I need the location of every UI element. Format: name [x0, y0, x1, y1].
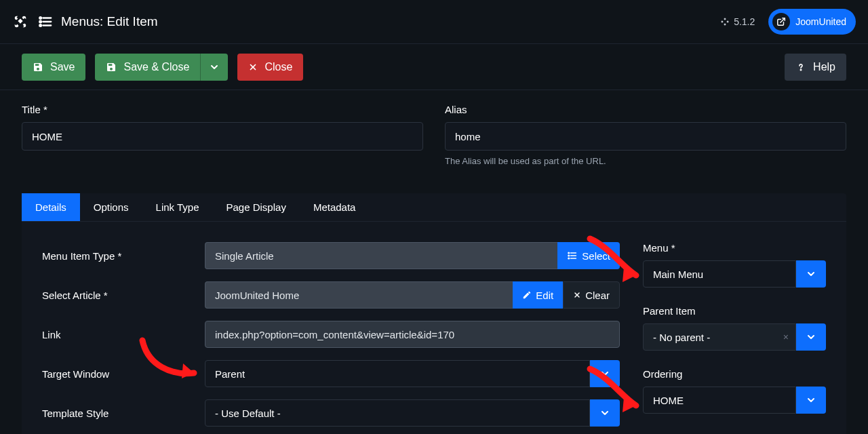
edit-article-button[interactable]: Edit	[513, 281, 563, 309]
ordering-select[interactable]: HOME	[643, 387, 826, 414]
parent-item-caret[interactable]	[796, 323, 826, 351]
details-left-col: Menu Item Type * Single Article Select S…	[42, 242, 620, 434]
svg-point-4	[39, 21, 41, 23]
menu-item-type-group: Single Article Select	[205, 242, 620, 269]
svg-point-3	[39, 17, 41, 19]
chevron-down-icon	[806, 269, 816, 279]
ordering-value: HOME	[643, 387, 796, 414]
tab-metadata[interactable]: Metadata	[300, 193, 370, 221]
select-article-group: JoomUnited Home Edit Clear	[205, 281, 620, 309]
select-article-label: Select Article *	[42, 290, 205, 301]
row-link: Link index.php?option=com_content&view=a…	[42, 321, 620, 348]
tab-body: Menu Item Type * Single Article Select S…	[22, 222, 846, 434]
toolbar: Save Save & Close Close Help	[0, 44, 868, 90]
version-badge[interactable]: 5.1.2	[720, 16, 755, 27]
page-heading: Menus: Edit Item	[38, 14, 158, 29]
clear-btn-label: Clear	[585, 290, 610, 301]
tab-link-type[interactable]: Link Type	[142, 193, 213, 221]
list-bullet-icon	[567, 250, 578, 261]
menu-select[interactable]: Main Menu	[643, 260, 826, 288]
title-label: Title *	[22, 104, 423, 115]
tab-panel: Details Options Link Type Page Display M…	[22, 193, 846, 434]
template-style-caret[interactable]	[590, 399, 620, 427]
page-title-text: Menus: Edit Item	[61, 14, 158, 29]
row-target-window: Target Window Parent	[42, 360, 620, 387]
help-button[interactable]: Help	[785, 54, 846, 81]
menu-item-type-value: Single Article	[205, 242, 557, 269]
title-input[interactable]	[22, 122, 423, 151]
joomla-logo-icon[interactable]	[12, 14, 28, 30]
save-icon	[33, 62, 43, 73]
form-area: Title * Alias The Alias will be used as …	[0, 90, 868, 434]
svg-point-5	[39, 24, 41, 26]
topbar-right: 5.1.2 JoomUnited	[720, 9, 856, 35]
tab-page-display[interactable]: Page Display	[213, 193, 300, 221]
list-icon	[38, 14, 53, 29]
topbar: Menus: Edit Item 5.1.2 JoomUnited	[0, 0, 868, 44]
version-text: 5.1.2	[734, 16, 755, 27]
save-close-group: Save & Close	[95, 54, 228, 81]
ordering-caret[interactable]	[796, 387, 826, 414]
menu-item-type-select-button[interactable]: Select	[557, 242, 620, 269]
joomla-mini-icon	[720, 17, 730, 26]
menu-label: Menu *	[643, 242, 826, 254]
save-close-label: Save & Close	[123, 61, 189, 73]
close-icon	[248, 62, 258, 72]
x-icon	[573, 291, 581, 299]
launch-icon	[772, 13, 790, 31]
tab-options[interactable]: Options	[80, 193, 142, 221]
parent-item-value: - No parent - ×	[643, 323, 796, 351]
question-icon	[795, 62, 806, 73]
template-style-label: Template Style	[42, 408, 205, 419]
menu-item-type-label: Menu Item Type *	[42, 250, 205, 262]
select-article-value: JoomUnited Home	[205, 281, 513, 309]
pencil-icon	[522, 290, 532, 300]
template-style-select[interactable]: - Use Default -	[205, 399, 620, 427]
template-style-value: - Use Default -	[205, 399, 590, 427]
parent-item-clear-icon[interactable]: ×	[783, 332, 789, 342]
select-btn-label: Select	[582, 250, 610, 262]
save-label: Save	[50, 61, 75, 73]
row-template-style: Template Style - Use Default -	[42, 399, 620, 427]
svg-point-15	[568, 258, 569, 258]
link-value: index.php?option=com_content&view=articl…	[205, 321, 620, 348]
close-button[interactable]: Close	[237, 54, 303, 81]
save-close-dropdown[interactable]	[200, 54, 228, 81]
target-window-label: Target Window	[42, 368, 205, 380]
parent-item-group: Parent Item - No parent - ×	[643, 305, 826, 351]
target-window-caret[interactable]	[590, 360, 620, 387]
tabs: Details Options Link Type Page Display M…	[22, 193, 846, 222]
alias-label: Alias	[445, 104, 846, 115]
target-window-select[interactable]: Parent	[205, 360, 620, 387]
edit-btn-label: Edit	[536, 290, 553, 301]
clear-article-button[interactable]: Clear	[563, 281, 620, 309]
title-alias-row: Title * Alias The Alias will be used as …	[22, 104, 846, 166]
site-launch-badge[interactable]: JoomUnited	[768, 9, 856, 35]
tab-details[interactable]: Details	[22, 193, 80, 221]
ordering-group: Ordering HOME	[643, 368, 826, 414]
details-right-col: Menu * Main Menu Parent Item	[643, 242, 826, 434]
alias-help: The Alias will be used as part of the UR…	[445, 156, 846, 166]
menu-caret[interactable]	[796, 260, 826, 288]
chevron-down-icon	[209, 62, 220, 73]
menu-value: Main Menu	[643, 260, 796, 288]
menu-group: Menu * Main Menu	[643, 242, 826, 288]
parent-item-text: - No parent -	[653, 332, 710, 343]
svg-point-13	[568, 252, 569, 253]
ordering-label: Ordering	[643, 368, 826, 380]
topbar-left: Menus: Edit Item	[12, 14, 158, 30]
chevron-down-icon	[599, 368, 610, 379]
svg-point-9	[800, 69, 801, 70]
alias-input[interactable]	[445, 122, 846, 151]
parent-item-select[interactable]: - No parent - ×	[643, 323, 826, 351]
link-ctrl: index.php?option=com_content&view=articl…	[205, 321, 620, 348]
row-select-article: Select Article * JoomUnited Home Edit	[42, 281, 620, 309]
parent-item-label: Parent Item	[643, 305, 826, 317]
save-button[interactable]: Save	[22, 54, 85, 81]
save-close-button[interactable]: Save & Close	[95, 54, 200, 81]
svg-line-6	[781, 18, 785, 22]
alias-field-col: Alias The Alias will be used as part of …	[445, 104, 846, 166]
chevron-down-icon	[806, 332, 816, 342]
close-label: Close	[264, 61, 292, 73]
target-window-value: Parent	[205, 360, 590, 387]
